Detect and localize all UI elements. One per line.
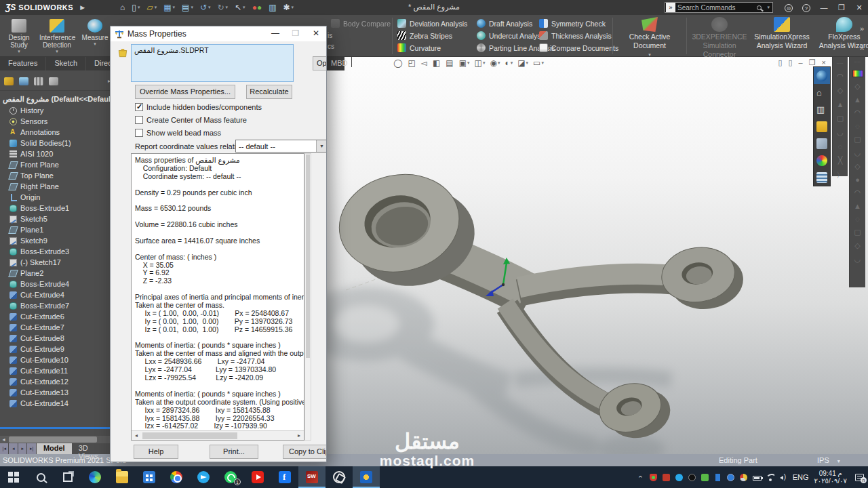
tree-item[interactable]: Cut-Extrude14	[0, 398, 115, 409]
search-dropdown-icon[interactable]: ▾	[767, 5, 770, 10]
tree-item[interactable]: Cut-Extrude8	[0, 333, 115, 344]
toolbar-icon[interactable]: ▢	[854, 228, 861, 237]
print-button[interactable]: Print...	[210, 445, 258, 459]
checkbox[interactable]	[135, 129, 143, 137]
toolbar-icon[interactable]: ◠	[854, 188, 861, 197]
tree-item[interactable]: Annotations	[0, 127, 115, 138]
ribbon-small-button[interactable]: Compare Documents	[539, 42, 618, 54]
toolbar-icon[interactable]: ▲	[854, 96, 861, 104]
toolbar-icon[interactable]: ◇	[837, 86, 843, 95]
tab-model[interactable]: Model	[37, 443, 72, 454]
tree-item[interactable]: Cut-Extrude13	[0, 387, 115, 398]
tree-item[interactable]: Plane2	[0, 268, 115, 279]
dialog-checkbox-row[interactable]: Include hidden bodies/components	[135, 102, 262, 112]
help-button[interactable]: Help	[134, 445, 178, 459]
heads-up-tool[interactable]: ▤	[446, 58, 454, 68]
checkbox[interactable]	[135, 103, 143, 111]
scrollbar-thumb[interactable]	[9, 436, 97, 443]
toolbar-icon[interactable]: ◌	[855, 215, 860, 223]
ribbon-small-button[interactable]: Symmetry Check	[539, 18, 618, 29]
tray-icon[interactable]	[727, 474, 734, 481]
tree-item[interactable]: Boss-Extrude7	[0, 300, 115, 311]
tab-mbd[interactable]: MBD	[327, 57, 352, 67]
toolbar-drag-handle[interactable]: ┄┄	[837, 61, 844, 66]
heads-up-tool[interactable]: ◉ ▾	[490, 58, 500, 68]
heads-up-tool[interactable]: ◧	[433, 58, 441, 68]
taskbar-app[interactable]	[244, 466, 271, 488]
taskbar-app[interactable]	[353, 466, 380, 488]
tab-scroll-prev-icon[interactable]: ◂	[9, 443, 17, 454]
heads-up-tool[interactable]: ◯	[393, 58, 403, 68]
tree-item[interactable]: Origin	[0, 192, 115, 203]
tree-root-part[interactable]: مشروع المقص (Default<<Default>_	[0, 91, 115, 105]
home-button[interactable]: ⌂	[117, 1, 127, 14]
heads-up-tool[interactable]: ▭ ▾	[533, 58, 544, 68]
toolbar-icon[interactable]: ▲	[837, 100, 844, 108]
tree-item[interactable]: Cut-Extrude10	[0, 354, 115, 365]
taskbar-app[interactable]	[81, 466, 108, 488]
taskbar-app[interactable]	[54, 466, 81, 488]
tree-item[interactable]: Sketch9	[0, 235, 115, 246]
tray-icon[interactable]	[753, 476, 762, 481]
toolbar-icon[interactable]: ╳	[838, 156, 843, 165]
task-pane-tab[interactable]	[814, 67, 830, 84]
select-button[interactable]: ↖▾	[232, 1, 248, 14]
tray-icon[interactable]	[740, 474, 747, 481]
mass-properties-report[interactable]: Mass properties of مشروع المقص Configura…	[131, 153, 304, 441]
heads-up-tool[interactable]: ◫ ▾	[475, 58, 486, 68]
tree-item[interactable]: Cut-Extrude12	[0, 376, 115, 387]
units-selector[interactable]: IPS▾	[817, 456, 840, 464]
tree-item[interactable]: Boss-Extrude3	[0, 246, 115, 257]
tray-icon[interactable]	[767, 474, 774, 481]
tray-icon[interactable]	[650, 474, 657, 481]
display-manager-tab-icon[interactable]	[49, 77, 58, 85]
tree-item[interactable]: Right Plane	[0, 181, 115, 192]
rebuild-button[interactable]: ●●	[250, 1, 265, 14]
tray-icon[interactable]	[675, 474, 683, 481]
tray-icon[interactable]	[637, 474, 644, 481]
ribbon-small-button[interactable]: Deviation Analysis	[397, 18, 467, 29]
options-button[interactable]: ✱▾	[280, 1, 296, 14]
recalculate-button[interactable]: Recalculate	[246, 85, 292, 99]
feature-manager-tab-icon[interactable]	[4, 77, 14, 85]
ribbon-big-button[interactable]: Interference Detection ▾	[39, 19, 75, 54]
tree-horizontal-scrollbar[interactable]: ◂ ▸	[0, 436, 115, 443]
scrollbar-thumb[interactable]	[142, 432, 237, 439]
task-pane-tab[interactable]	[814, 118, 830, 135]
tree-item[interactable]: Cut-Extrude7	[0, 322, 115, 333]
tray-icon[interactable]	[780, 474, 787, 481]
property-manager-tab-icon[interactable]	[19, 77, 28, 85]
tab-3d-views[interactable]: 3D Views	[72, 443, 115, 454]
account-button[interactable]: ⊙	[780, 0, 797, 15]
toolbar-icon[interactable]: ◡	[837, 128, 844, 137]
tab-scroll-last-icon[interactable]: ▸|	[27, 443, 35, 454]
doc-minimize-button[interactable]: –	[799, 58, 803, 67]
heads-up-tool[interactable]: ◰	[408, 58, 416, 68]
task-pane-tab[interactable]	[814, 135, 830, 152]
ribbon-small-button[interactable]: Thickness Analysis	[539, 30, 618, 41]
taskbar-app[interactable]	[271, 466, 298, 488]
tray-icon[interactable]	[663, 474, 670, 481]
tree-item[interactable]: Solid Bodies(1)	[0, 138, 115, 148]
tree-item[interactable]: Sensors	[0, 116, 115, 127]
open-button[interactable]: ▱▾	[144, 1, 159, 14]
tree-item[interactable]: Cut-Extrude4	[0, 289, 115, 300]
toolbar-icon[interactable]: ◇	[854, 162, 860, 171]
close-button[interactable]: ✕	[850, 0, 868, 15]
tree-item[interactable]: Cut-Extrude9	[0, 344, 115, 354]
toolbar-icon[interactable]: ◠	[854, 108, 861, 117]
toolbar-icon[interactable]: 〉	[837, 170, 844, 180]
tree-item[interactable]: Plane1	[0, 224, 115, 235]
taskbar-app[interactable]	[27, 466, 54, 488]
ribbon-big-button[interactable]: Design Study ▾	[1, 19, 37, 54]
taskbar-app[interactable]	[136, 466, 163, 488]
taskbar-app[interactable]	[190, 466, 217, 488]
heads-up-tool[interactable]: ▣ ▾	[459, 58, 470, 68]
toolbar-icon[interactable]: ◡	[854, 255, 861, 264]
help-button[interactable]: ?	[797, 0, 815, 15]
ribbon-small-button[interactable]: Zebra Stripes	[397, 30, 467, 41]
file-properties-button[interactable]: ▥	[266, 1, 279, 14]
task-pane-tab[interactable]: ⌂	[814, 84, 830, 101]
taskbar-app[interactable]	[298, 466, 326, 488]
override-mass-properties-button[interactable]: Override Mass Properties...	[135, 85, 235, 99]
